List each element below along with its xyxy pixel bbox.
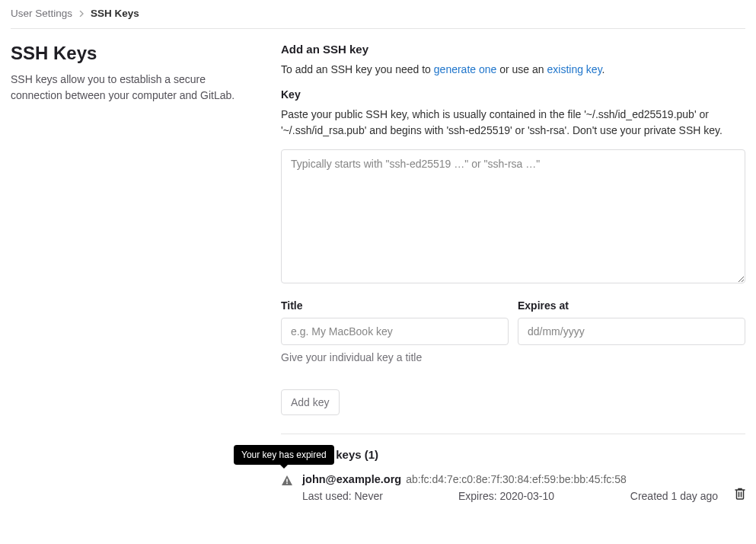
title-hint: Give your individual key a title: [281, 351, 745, 363]
your-keys-heading: Your key has expired Your SSH keys (1): [281, 448, 745, 461]
key-description: Paste your public SSH key, which is usua…: [281, 107, 745, 139]
title-label: Title: [281, 299, 509, 312]
add-key-heading: Add an SSH key: [281, 43, 745, 56]
add-key-intro: To add an SSH key you need to generate o…: [281, 62, 745, 78]
intro-suffix: .: [602, 63, 605, 75]
key-last-used: Last used: Never: [302, 490, 451, 502]
expired-tooltip: Your key has expired: [234, 445, 334, 465]
title-input[interactable]: [281, 318, 509, 345]
breadcrumb-current: SSH Keys: [91, 8, 139, 19]
add-key-button[interactable]: Add key: [281, 389, 340, 415]
trash-icon: [735, 490, 745, 502]
intro-prefix: To add an SSH key you need to: [281, 63, 434, 75]
svg-rect-1: [286, 483, 288, 485]
warning-icon: [281, 475, 293, 489]
existing-key-link[interactable]: existing key: [547, 63, 602, 75]
key-title[interactable]: john@example.org: [302, 473, 401, 485]
generate-key-link[interactable]: generate one: [434, 63, 497, 75]
section-separator: [281, 434, 745, 434]
page-description: SSH keys allow you to establish a secure…: [11, 72, 250, 104]
svg-rect-0: [286, 479, 288, 482]
key-label: Key: [281, 88, 745, 101]
intro-mid: or use an: [496, 63, 547, 75]
key-fingerprint: ab:fc:d4:7e:c0:8e:7f:30:84:ef:59:be:bb:4…: [406, 473, 627, 485]
expires-input[interactable]: [518, 318, 745, 345]
expires-label: Expires at: [518, 299, 745, 312]
page-title: SSH Keys: [11, 43, 250, 64]
key-created: Created 1 day ago: [630, 490, 718, 502]
breadcrumb: User Settings SSH Keys: [11, 8, 745, 29]
chevron-right-icon: [78, 9, 85, 18]
key-expires: Expires: 2020-03-10: [458, 490, 623, 502]
ssh-key-item: john@example.org ab:fc:d4:7e:c0:8e:7f:30…: [281, 473, 745, 502]
delete-key-button[interactable]: [735, 488, 745, 502]
ssh-key-textarea[interactable]: [281, 149, 745, 283]
breadcrumb-parent[interactable]: User Settings: [11, 8, 72, 19]
